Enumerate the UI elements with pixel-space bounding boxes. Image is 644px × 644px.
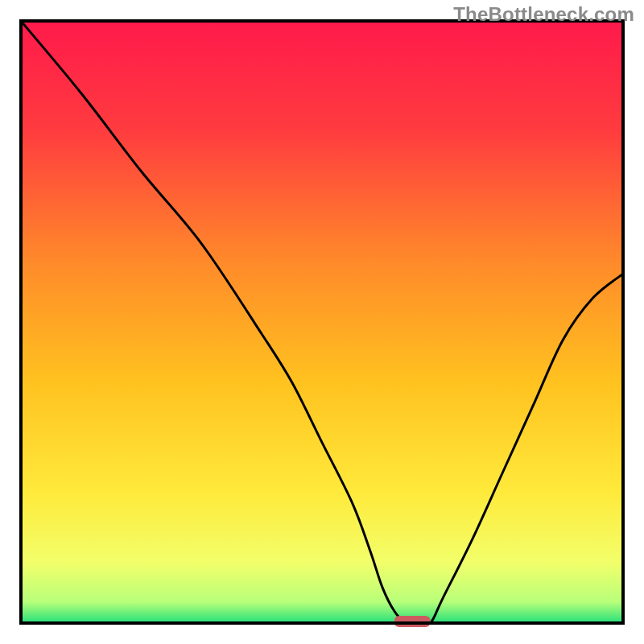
watermark-text: TheBottleneck.com	[453, 3, 634, 26]
chart-canvas: TheBottleneck.com	[0, 0, 644, 644]
plot-svg	[0, 0, 644, 644]
plot-background	[21, 21, 623, 623]
